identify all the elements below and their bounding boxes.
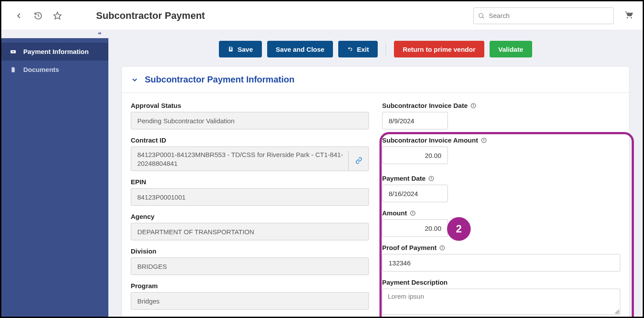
info-icon[interactable] bbox=[428, 175, 434, 182]
document-icon bbox=[9, 67, 17, 73]
invoice-amount-label: Subcontractor Invoice Amount bbox=[382, 136, 620, 144]
history-icon[interactable] bbox=[30, 8, 46, 24]
amount-input[interactable]: 20.00 bbox=[382, 219, 448, 237]
svg-point-13 bbox=[431, 177, 432, 178]
epin-value: 84123P0001001 bbox=[131, 188, 369, 206]
contract-link-button[interactable] bbox=[348, 150, 369, 171]
save-label: Save bbox=[237, 46, 253, 53]
validate-button[interactable]: Validate bbox=[490, 41, 532, 57]
program-value: Bridges bbox=[131, 292, 369, 310]
proof-label: Proof of Payment bbox=[382, 244, 620, 251]
info-icon[interactable] bbox=[439, 245, 445, 251]
toolbar-divider bbox=[386, 43, 386, 55]
right-column: Subcontractor Invoice Date 8/9/2024 Subc… bbox=[382, 97, 620, 317]
contract-id-label: Contract ID bbox=[131, 136, 369, 144]
svg-point-4 bbox=[13, 51, 14, 52]
approval-status-label: Approval Status bbox=[131, 102, 369, 109]
chevron-down-icon bbox=[131, 76, 139, 84]
invoice-date-input[interactable]: 8/9/2024 bbox=[382, 112, 448, 129]
description-textarea[interactable]: Lorem ipsun bbox=[382, 289, 620, 315]
info-icon[interactable] bbox=[410, 210, 416, 216]
main-area: Save Save and Close Exit Return to prime… bbox=[108, 30, 643, 317]
agency-value: DEPARTMENT OF TRANSPORTATION bbox=[131, 223, 369, 240]
save-button[interactable]: Save bbox=[219, 41, 261, 57]
invoice-date-label: Subcontractor Invoice Date bbox=[382, 102, 620, 109]
return-label: Return to prime vendor bbox=[403, 46, 476, 53]
agency-label: Agency bbox=[131, 213, 369, 220]
payment-date-label: Payment Date bbox=[382, 175, 620, 182]
left-column: Approval Status Pending Subcontractor Va… bbox=[131, 97, 369, 317]
program-label: Program bbox=[131, 282, 369, 289]
contract-id-text: 84123P0001-84123MNBR553 - TD/CSS for Riv… bbox=[137, 150, 348, 168]
svg-line-2 bbox=[483, 17, 484, 18]
approval-status-value: Pending Subcontractor Validation bbox=[131, 112, 369, 129]
payment-date-input[interactable]: 8/16/2024 bbox=[382, 185, 448, 202]
panel-header[interactable]: Subcontractor Payment Information bbox=[122, 67, 629, 93]
action-toolbar: Save Save and Close Exit Return to prime… bbox=[108, 30, 643, 66]
save-icon bbox=[228, 46, 234, 52]
sidebar: Payment Information Documents bbox=[1, 38, 108, 317]
payment-info-panel: Subcontractor Payment Information Approv… bbox=[122, 66, 630, 317]
division-label: Division bbox=[131, 247, 369, 255]
top-header: Subcontractor Payment bbox=[1, 1, 643, 30]
svg-marker-0 bbox=[54, 12, 61, 19]
info-icon[interactable] bbox=[481, 137, 487, 143]
svg-point-19 bbox=[442, 247, 443, 247]
sidebar-item-payment-information[interactable]: Payment Information bbox=[1, 43, 108, 61]
cart-icon[interactable] bbox=[623, 10, 634, 21]
sidebar-item-label: Documents bbox=[23, 66, 59, 73]
save-and-close-button[interactable]: Save and Close bbox=[267, 41, 333, 57]
svg-point-1 bbox=[479, 13, 483, 17]
panel-title: Subcontractor Payment Information bbox=[145, 75, 294, 85]
exit-label: Exit bbox=[357, 46, 369, 53]
validate-label: Validate bbox=[498, 46, 523, 53]
sidebar-item-label: Payment Information bbox=[23, 48, 89, 55]
sidebar-collapse[interactable] bbox=[1, 30, 108, 38]
search-input[interactable] bbox=[473, 7, 614, 24]
sidebar-item-documents[interactable]: Documents bbox=[1, 61, 108, 79]
division-value: BRIDGES bbox=[131, 257, 369, 275]
epin-label: EPIN bbox=[131, 178, 369, 186]
invoice-amount-input[interactable]: 20.00 bbox=[382, 146, 448, 164]
proof-input[interactable]: 132346 bbox=[382, 254, 620, 272]
amount-label: Amount bbox=[382, 209, 620, 217]
save-close-label: Save and Close bbox=[276, 46, 325, 53]
star-icon[interactable] bbox=[50, 8, 65, 24]
info-icon[interactable] bbox=[470, 103, 476, 109]
annotation-step-badge: 2 bbox=[447, 217, 471, 241]
payment-icon bbox=[9, 49, 17, 55]
search-wrap bbox=[473, 7, 614, 24]
undo-icon bbox=[347, 46, 353, 52]
contract-id-value: 84123P0001-84123MNBR553 - TD/CSS for Riv… bbox=[131, 146, 369, 171]
return-to-prime-vendor-button[interactable]: Return to prime vendor bbox=[394, 41, 484, 57]
search-icon bbox=[478, 12, 485, 19]
link-icon bbox=[355, 157, 362, 164]
svg-point-7 bbox=[473, 104, 474, 105]
description-label: Payment Description bbox=[382, 279, 620, 286]
exit-button[interactable]: Exit bbox=[338, 41, 378, 57]
svg-point-16 bbox=[412, 212, 413, 212]
back-icon[interactable] bbox=[11, 8, 27, 24]
page-title: Subcontractor Payment bbox=[96, 10, 205, 21]
svg-point-10 bbox=[483, 139, 484, 139]
